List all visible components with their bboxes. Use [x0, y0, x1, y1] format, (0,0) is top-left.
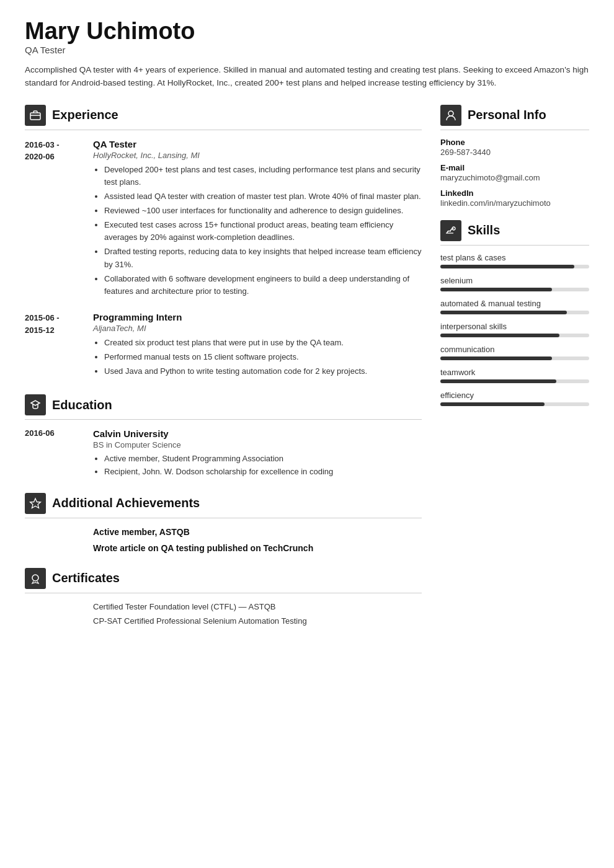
achievements-divider	[25, 518, 422, 518]
experience-section: Experience 2016-03 - 2020-06QA TesterHol…	[25, 105, 422, 380]
main-layout: Experience 2016-03 - 2020-06QA TesterHol…	[25, 105, 589, 640]
skill-bar-background	[440, 379, 589, 383]
job-bullets: Developed 200+ test plans and test cases…	[93, 164, 422, 298]
education-row: 2016-06Calvin UniversityBS in Computer S…	[25, 428, 422, 477]
job-company: AljanaTech, MI	[93, 324, 422, 333]
certificates-title: Certificates	[52, 571, 120, 585]
education-divider	[25, 419, 422, 420]
certificate-item: Certified Tester Foundation level (CTFL)…	[93, 602, 422, 611]
svg-point-3	[32, 575, 38, 581]
experience-icon	[25, 105, 46, 126]
skill-bar-background	[440, 334, 589, 337]
candidate-summary: Accomplished QA tester with 4+ years of …	[25, 64, 589, 90]
job-bullet: Collaborated with 6 software development…	[104, 273, 422, 298]
skill-bar-background	[440, 311, 589, 314]
achievement-item: Active member, ASTQB	[93, 527, 422, 537]
personal-info-icon	[440, 105, 461, 126]
skill-bar-background	[440, 402, 589, 406]
phone-label: Phone	[440, 138, 589, 147]
skill-name: test plans & cases	[440, 253, 589, 262]
personal-info-title: Personal Info	[468, 108, 546, 122]
achievements-section: Additional Achievements Active member, A…	[25, 493, 422, 553]
skill-bar-fill	[440, 334, 559, 337]
personal-info-divider	[440, 130, 589, 130]
svg-point-4	[448, 111, 453, 116]
personal-info-section: Personal Info Phone 269-587-3440 E-mail …	[440, 105, 589, 208]
linkedin-label: LinkedIn	[440, 188, 589, 198]
skill-bar-fill	[440, 379, 556, 383]
svg-rect-0	[30, 113, 40, 120]
education-header: Education	[25, 394, 422, 415]
skill-name: selenium	[440, 276, 589, 285]
education-section: Education 2016-06Calvin UniversityBS in …	[25, 394, 422, 477]
job-title: Programming Intern	[93, 312, 422, 322]
job-row: 2015-06 - 2015-12Programming InternAljan…	[25, 312, 422, 379]
linkedin-value: linkedin.com/in/maryzuchimoto	[440, 198, 589, 208]
job-bullet: Drafted testing reports, reducing data t…	[104, 246, 422, 270]
job-bullet: Used Java and Python to write testing au…	[104, 365, 422, 378]
education-icon	[25, 394, 46, 415]
skill-name: communication	[440, 345, 589, 354]
achievements-header: Additional Achievements	[25, 493, 422, 514]
edu-bullet: Active member, Student Programming Assoc…	[104, 453, 422, 465]
certificates-icon	[25, 568, 46, 589]
job-row: 2016-03 - 2020-06QA TesterHollyRocket, I…	[25, 139, 422, 299]
skills-icon	[440, 220, 461, 241]
candidate-title: QA Tester	[25, 45, 589, 55]
personal-info-header: Personal Info	[440, 105, 589, 126]
skill-bar-fill	[440, 402, 545, 406]
skills-header: Skills	[440, 220, 589, 241]
job-bullet: Developed 200+ test plans and test cases…	[104, 164, 422, 188]
job-dates: 2016-03 - 2020-06	[25, 139, 81, 299]
skill-bar-background	[440, 265, 589, 268]
skill-name: teamwork	[440, 368, 589, 377]
edu-school: Calvin University	[93, 428, 422, 439]
skill-bar-fill	[440, 311, 567, 314]
left-column: Experience 2016-03 - 2020-06QA TesterHol…	[25, 105, 422, 640]
achievement-item: Wrote article on QA testing published on…	[93, 543, 422, 553]
achievements-title: Additional Achievements	[52, 496, 200, 510]
certificates-divider	[25, 593, 422, 593]
job-content: QA TesterHollyRocket, Inc., Lansing, MID…	[93, 139, 422, 299]
edu-content: Calvin UniversityBS in Computer ScienceA…	[93, 428, 422, 477]
job-bullet: Created six product test plans that were…	[104, 337, 422, 349]
skills-divider	[440, 245, 589, 246]
right-column: Personal Info Phone 269-587-3440 E-mail …	[440, 105, 589, 640]
education-list: 2016-06Calvin UniversityBS in Computer S…	[25, 428, 422, 477]
skill-bar-fill	[440, 288, 552, 291]
job-bullet: Executed test cases across 15+ functiona…	[104, 219, 422, 244]
certificates-section: Certificates Certified Tester Foundation…	[25, 568, 422, 626]
skill-name: efficiency	[440, 391, 589, 400]
jobs-list: 2016-03 - 2020-06QA TesterHollyRocket, I…	[25, 139, 422, 380]
edu-date: 2016-06	[25, 428, 81, 477]
skill-name: automated & manual testing	[440, 299, 589, 308]
experience-header: Experience	[25, 105, 422, 126]
education-title: Education	[52, 398, 112, 412]
job-bullet: Performed manual tests on 15 client soft…	[104, 351, 422, 363]
achievements-icon	[25, 493, 46, 514]
job-bullets: Created six product test plans that were…	[93, 337, 422, 378]
job-company: HollyRocket, Inc., Lansing, MI	[93, 151, 422, 160]
skill-name: interpersonal skills	[440, 322, 589, 331]
skill-bar-fill	[440, 265, 574, 268]
phone-value: 269-587-3440	[440, 148, 589, 157]
candidate-name: Mary Uchimoto	[25, 19, 589, 45]
certificate-item: CP-SAT Certified Professional Selenium A…	[93, 616, 422, 626]
certificates-list: Certified Tester Foundation level (CTFL)…	[25, 602, 422, 626]
resume-header: Mary Uchimoto QA Tester Accomplished QA …	[25, 19, 589, 90]
experience-divider	[25, 130, 422, 130]
edu-bullets: Active member, Student Programming Assoc…	[93, 453, 422, 477]
edu-bullet: Recipient, John. W. Dodson scholarship f…	[104, 466, 422, 478]
email-label: E-mail	[440, 163, 589, 172]
skills-title: Skills	[468, 223, 500, 237]
skill-bar-background	[440, 356, 589, 360]
skills-section: Skills test plans & casesseleniumautomat…	[440, 220, 589, 406]
certificates-header: Certificates	[25, 568, 422, 589]
svg-marker-2	[30, 498, 41, 508]
edu-degree: BS in Computer Science	[93, 440, 422, 450]
skills-list: test plans & casesseleniumautomated & ma…	[440, 253, 589, 406]
skill-bar-background	[440, 288, 589, 291]
skill-bar-fill	[440, 356, 552, 360]
job-content: Programming InternAljanaTech, MICreated …	[93, 312, 422, 379]
experience-title: Experience	[52, 108, 118, 122]
